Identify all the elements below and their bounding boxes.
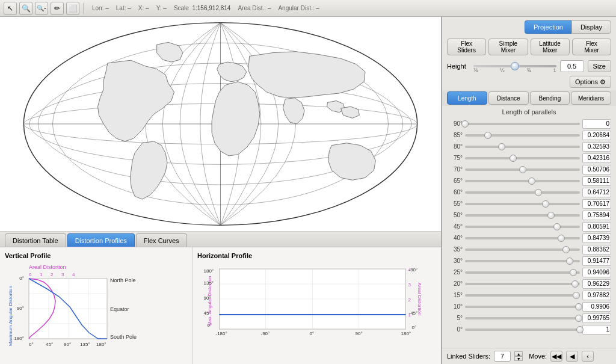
parallel-value-0: 0 — [582, 119, 611, 129]
pencil-icon[interactable]: ✏ — [51, 2, 64, 15]
tab-flex-curves[interactable]: Flex Curves — [136, 233, 187, 247]
parallel-deg-35: 35° — [447, 246, 463, 253]
parallel-track-6[interactable] — [465, 191, 580, 194]
parallel-track-1[interactable] — [465, 134, 580, 137]
parallel-row-35: 35°0.88362 — [447, 244, 611, 255]
projection-toggle-btn[interactable]: Projection — [525, 20, 571, 34]
x-label: X: – — [138, 5, 149, 11]
parallel-thumb-5[interactable] — [528, 177, 535, 185]
parallel-track-0[interactable] — [465, 123, 580, 125]
parallel-row-10: 10°0.9906 — [447, 301, 611, 312]
parallels-sliders-list[interactable]: 90°085°0.2068480°0.3259375°0.4231670°0.5… — [442, 117, 616, 348]
flex-sliders-btn[interactable]: Flex Sliders — [447, 39, 486, 55]
tab-distance[interactable]: Distance — [488, 91, 529, 105]
zoom-out-icon[interactable]: 🔍- — [35, 2, 48, 15]
parallel-row-30: 30°0.91477 — [447, 255, 611, 267]
flex-mixer-btn[interactable]: Flex Mixer — [572, 39, 611, 55]
parallel-track-5[interactable] — [465, 180, 580, 182]
svg-text:180°: 180° — [96, 342, 106, 347]
parallel-track-14[interactable] — [465, 283, 580, 285]
svg-text:-90°: -90° — [261, 331, 270, 336]
height-slider[interactable]: ¼ ½ ¾ 1 — [473, 60, 556, 72]
size-button[interactable]: Size — [588, 60, 611, 72]
parallel-thumb-14[interactable] — [571, 280, 579, 288]
linked-value: 7 — [494, 351, 511, 362]
parallel-track-16[interactable] — [465, 306, 580, 308]
display-toggle-btn[interactable]: Display — [571, 20, 611, 34]
frame-icon[interactable]: ⬜ — [66, 2, 79, 15]
parallel-track-9[interactable] — [465, 226, 580, 228]
parallel-track-12[interactable] — [465, 260, 580, 262]
linked-stepper[interactable]: ▲ ▼ — [514, 351, 523, 361]
move-back-btn[interactable]: ◀ — [566, 351, 578, 362]
parallel-row-85: 85°0.20684 — [447, 129, 611, 141]
svg-text:0°: 0° — [412, 325, 417, 330]
coordinates-display: Lon: – Lat: – X: – Y: – Scale 1:156,912,… — [92, 5, 319, 11]
parallel-thumb-11[interactable] — [562, 246, 570, 253]
tab-distortion-profiles[interactable]: Distortion Profiles — [67, 233, 135, 247]
arrow-tool-icon[interactable]: ↖ — [4, 2, 17, 15]
parallel-thumb-12[interactable] — [566, 258, 573, 265]
parallel-thumb-3[interactable] — [510, 155, 517, 162]
parallel-track-18[interactable] — [465, 329, 580, 331]
step-up-btn[interactable]: ▲ — [514, 351, 523, 356]
parallel-track-2[interactable] — [465, 146, 580, 148]
parallel-thumb-7[interactable] — [542, 200, 549, 208]
parallel-value-5: 0.58111 — [582, 176, 611, 186]
svg-text:180°: 180° — [401, 331, 411, 336]
latitude-mixer-btn[interactable]: Latitude Mixer — [531, 39, 570, 55]
parallel-thumb-4[interactable] — [519, 166, 526, 173]
tab-meridians[interactable]: Meridians — [571, 91, 611, 105]
move-prev-btn[interactable]: ‹ — [582, 351, 594, 362]
parallel-thumb-6[interactable] — [535, 189, 542, 196]
parallel-thumb-16[interactable] — [575, 303, 582, 310]
parallel-track-13[interactable] — [465, 271, 580, 274]
tab-bending[interactable]: Bending — [530, 91, 570, 105]
scale-display: Scale 1:156,912,814 — [174, 5, 231, 11]
parallel-track-17[interactable] — [465, 317, 580, 319]
parallel-thumb-10[interactable] — [558, 235, 565, 242]
parallel-thumb-2[interactable] — [498, 143, 505, 150]
parallel-deg-85: 85° — [447, 132, 463, 138]
simple-mixer-btn[interactable]: Simple Mixer — [488, 39, 528, 55]
tab-distortion-table[interactable]: Distortion Table — [5, 233, 66, 247]
tab-length[interactable]: Length — [447, 91, 487, 105]
height-value[interactable]: 0.5 — [560, 60, 584, 72]
parallel-track-4[interactable] — [465, 168, 580, 171]
parallel-value-10: 0.84739 — [582, 233, 611, 243]
parallel-track-7[interactable] — [465, 203, 580, 205]
parallel-track-3[interactable] — [465, 157, 580, 159]
parallel-thumb-8[interactable] — [547, 212, 555, 219]
parallel-thumb-18[interactable] — [576, 326, 584, 333]
secondary-tabs: Length Distance Bending Meridians — [442, 90, 616, 106]
options-button[interactable]: Options ⚙ — [570, 76, 611, 88]
parallel-track-15[interactable] — [465, 294, 580, 297]
projection-display-toggle: Projection Display — [442, 17, 616, 36]
parallel-thumb-9[interactable] — [553, 223, 561, 230]
map-area[interactable] — [0, 17, 441, 232]
parallel-row-0: 0°1 — [447, 324, 611, 335]
height-track: ¼ ½ ¾ 1 — [473, 65, 556, 67]
zoom-in-icon[interactable]: 🔍 — [19, 2, 32, 15]
height-row: Height ¼ ½ ¾ 1 0.5 Size — [442, 58, 616, 75]
parallel-value-17: 0.99765 — [582, 313, 611, 323]
parallel-thumb-15[interactable] — [573, 292, 580, 299]
parallel-track-11[interactable] — [465, 248, 580, 251]
parallel-deg-5: 5° — [447, 315, 463, 321]
parallel-track-8[interactable] — [465, 214, 580, 217]
linked-sliders-row: Linked Sliders: 7 ▲ ▼ Move: ◀◀ ◀ ‹ — [442, 348, 616, 364]
move-first-btn[interactable]: ◀◀ — [550, 351, 562, 362]
parallel-row-20: 20°0.96229 — [447, 278, 611, 289]
y-tick-180: 180° — [204, 268, 214, 274]
parallel-value-11: 0.88362 — [582, 245, 611, 254]
svg-text:2: 2 — [51, 272, 54, 277]
parallel-row-80: 80°0.32593 — [447, 141, 611, 152]
parallel-thumb-0[interactable] — [461, 120, 469, 128]
parallel-thumb-1[interactable] — [484, 132, 491, 139]
parallel-thumb-17[interactable] — [575, 315, 582, 322]
parallel-track-10[interactable] — [465, 237, 580, 239]
step-down-btn[interactable]: ▼ — [514, 356, 523, 361]
parallel-value-2: 0.32593 — [582, 142, 611, 152]
svg-text:3: 3 — [61, 272, 64, 277]
parallel-thumb-13[interactable] — [570, 269, 577, 276]
